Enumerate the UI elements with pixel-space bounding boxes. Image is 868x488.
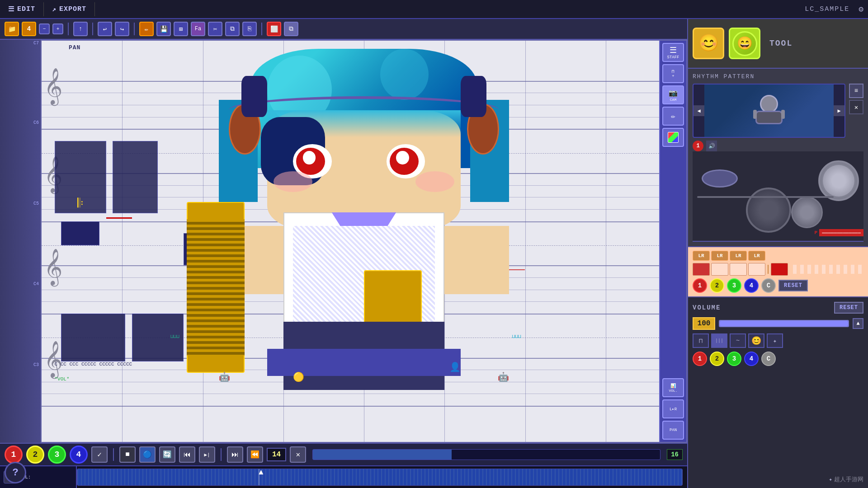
beat-btn-c[interactable]: C	[761, 278, 776, 293]
beat-btn-3[interactable]: 3	[727, 278, 741, 293]
pen-side-button[interactable]: ✏	[662, 107, 684, 126]
app-title: LC_SAMPLE	[805, 5, 849, 13]
rhythm-list-button[interactable]: ≡	[849, 84, 863, 98]
progress-bar[interactable]	[312, 449, 660, 460]
wf-char[interactable]: 😊	[748, 333, 764, 348]
edit-button[interactable]: ☰ EDIT	[0, 2, 44, 16]
x-button[interactable]: ✕	[290, 446, 306, 463]
timeline-track[interactable]	[77, 469, 683, 486]
paste-button[interactable]: ⎘	[242, 22, 257, 36]
volume-slider[interactable]	[719, 320, 849, 327]
volume-slider-row: 100 ▲	[693, 317, 863, 330]
undo-button[interactable]: ↩	[98, 22, 112, 36]
timeline-marker	[259, 469, 259, 485]
key-c3: C3	[33, 362, 39, 367]
smiley-tool-icon[interactable]: 😊	[693, 28, 724, 59]
vol-btn-3[interactable]: 3	[727, 352, 741, 366]
bar-line-1	[122, 41, 123, 442]
wf-star[interactable]: ✦	[767, 333, 783, 348]
track-4-button[interactable]: 4	[70, 446, 88, 464]
forward-button[interactable]: ⏭	[227, 446, 243, 463]
sep-transport-2	[221, 448, 222, 461]
volume-label: VOLUME	[693, 304, 721, 311]
track-plus-button[interactable]: +	[52, 23, 63, 34]
transport-bar: 1 2 3 4 ✓ ■ 🔵 🔄 ⏮ ▶| ⏭ ⏪ 14 ✕ 16	[0, 443, 687, 465]
vol-btn-2[interactable]: 2	[710, 352, 724, 366]
sep-transport	[113, 448, 114, 461]
bar-line-3	[283, 41, 284, 442]
staff-button[interactable]: ☰ STAFF	[662, 43, 684, 62]
save-button[interactable]: 💾	[156, 22, 171, 36]
rhythm-image	[704, 84, 834, 137]
top-bar: ☰ EDIT ↗ EXPORT LC_SAMPLE ⚙	[0, 0, 868, 19]
lr-label-3: LR	[730, 251, 747, 261]
volume-header: VOLUME RESET	[693, 302, 863, 314]
side-panel: ☰ STAFF ⊓ + 📷 CAM ✏ 📊 VOL. L▸R PAN	[659, 41, 686, 442]
beat-cell-1-4[interactable]	[748, 263, 765, 276]
timeline: ⚙ ALL:	[0, 465, 687, 488]
key-c6: C6	[33, 120, 39, 125]
track-2-button[interactable]: 2	[26, 446, 44, 464]
fa-button[interactable]: Fa	[191, 22, 205, 36]
character-tool-icon[interactable]: 😄	[729, 28, 760, 59]
stop-button[interactable]: ■	[119, 446, 136, 463]
bar-line-6	[525, 41, 526, 442]
volume-reset-button[interactable]: RESET	[834, 302, 863, 314]
export-button[interactable]: ↗ EXPORT	[44, 2, 95, 16]
menu-icon[interactable]: ⚙	[859, 4, 863, 14]
loop-button[interactable]: 🔄	[159, 446, 175, 463]
tool2-button[interactable]: ⧉	[284, 22, 298, 36]
rhythm-next-button[interactable]: ▶	[834, 105, 844, 116]
track-3-button[interactable]: 3	[48, 446, 66, 464]
folder-button[interactable]: 📁	[5, 22, 19, 36]
wf-env[interactable]: ~	[730, 333, 746, 348]
eraser-button[interactable]: ⬜	[267, 22, 281, 36]
rhythm-prev-button[interactable]: ◀	[693, 105, 704, 116]
back-button[interactable]: ⏪	[247, 446, 263, 463]
help-button[interactable]: ?	[5, 462, 26, 483]
vol-arrow-up[interactable]: ▲	[853, 318, 863, 329]
pencil-button[interactable]: ✏	[139, 22, 154, 36]
edit-icon: ☰	[8, 5, 14, 14]
lr-label-4: LR	[748, 251, 765, 261]
copy-button[interactable]: ⧉	[225, 22, 240, 36]
beat-cell-1-2[interactable]	[711, 263, 728, 276]
volume-section: VOLUME RESET 100 ▲ ⊓ ||| ~ 😊 ✦ 1 2 3 4 C	[688, 297, 868, 371]
redo-button[interactable]: ↪	[115, 22, 129, 36]
cut-button[interactable]: ✂	[208, 22, 222, 36]
track-1-button[interactable]: 1	[5, 446, 23, 464]
volume-icon-small[interactable]: 🔊	[706, 141, 717, 151]
cam-button[interactable]: 📷 CAM	[662, 85, 684, 104]
color-button[interactable]	[662, 128, 684, 147]
key-c4: C4	[33, 282, 39, 286]
beat-btn-1[interactable]: 1	[693, 278, 707, 293]
beat-cell-1-3[interactable]	[730, 263, 747, 276]
beat-btn-2[interactable]: 2	[710, 278, 724, 293]
beat-cell-1-1[interactable]	[693, 263, 710, 276]
separator-4	[261, 23, 262, 35]
pan-lr-button[interactable]: L▸R	[662, 399, 684, 418]
bar-line-2	[203, 41, 203, 442]
beat-cell-1-5[interactable]	[771, 263, 788, 276]
vol-btn-1[interactable]: 1	[693, 352, 707, 366]
wf-bar[interactable]: |||	[711, 333, 727, 348]
upload-button[interactable]: ↑	[73, 22, 88, 36]
lr-label-2: LR	[711, 251, 728, 261]
play-button[interactable]: ▶|	[199, 446, 215, 463]
add-note-button[interactable]: ⊓ +	[662, 64, 684, 83]
track-minus-button[interactable]: −	[39, 23, 50, 34]
checkmark-button[interactable]: ✓	[91, 446, 108, 463]
waveform-row: ⊓ ||| ~ 😊 ✦	[693, 333, 863, 348]
rewind-button[interactable]: ⏮	[179, 446, 195, 463]
something-button[interactable]: 🔵	[139, 446, 156, 463]
beat-btn-4[interactable]: 4	[744, 278, 759, 293]
vol-btn-c[interactable]: C	[761, 352, 776, 366]
wf-square[interactable]: ⊓	[693, 333, 709, 348]
blocks-button[interactable]: ⊞	[174, 22, 188, 36]
key-c7: C7	[33, 41, 39, 46]
beat-pattern-section: LR LR LR LR 1 2 3 4 C RESET	[688, 247, 868, 297]
vol-btn-4[interactable]: 4	[744, 352, 759, 366]
drum-kit-display: P —————————————	[693, 151, 863, 242]
rhythm-clear-button[interactable]: ✕	[849, 100, 863, 114]
beat-reset-button[interactable]: RESET	[778, 280, 808, 291]
